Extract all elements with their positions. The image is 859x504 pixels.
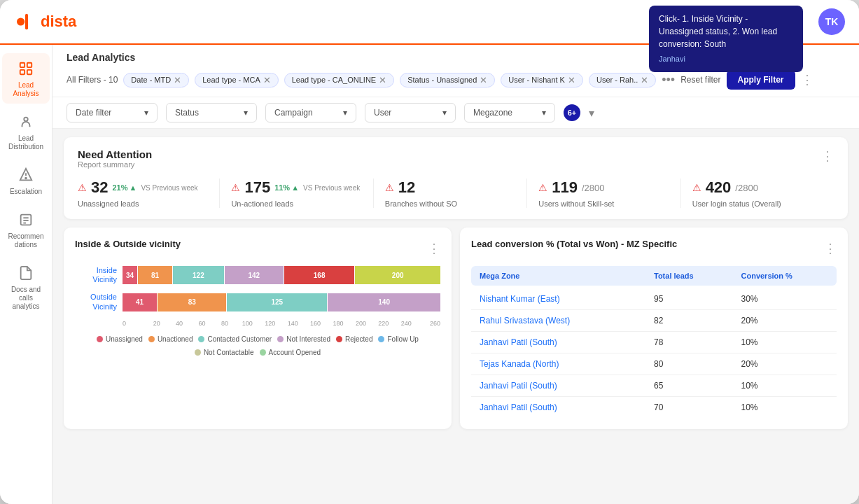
x-240: 240 [395, 320, 417, 327]
bar-chart-area: InsideVicinity 34 81 122 142 168 200 [75, 266, 440, 327]
conversion-table-options[interactable]: ⋮ [824, 241, 837, 256]
legend-contacted: Contacted Customer [198, 335, 272, 343]
table-row: Tejas Kanada (North) 80 20% [471, 354, 837, 375]
filter-chip-leadtype-mca-remove[interactable]: ✕ [263, 76, 271, 85]
svg-point-8 [25, 178, 27, 179]
trend-up-2: ▲ [291, 183, 299, 192]
legend-label-rejected: Rejected [345, 335, 372, 343]
content-area: Lead Analytics All Filters - 10 Date - M… [53, 45, 859, 504]
legend-label-unassigned: Unassigned [106, 335, 143, 343]
filter-chip-user-rah[interactable]: User - Rah.. ✕ [589, 73, 656, 88]
filter-chip-user-nishant-label: User - Nishant K [508, 76, 565, 84]
tooltip-sub: Janhavi [659, 53, 793, 65]
apply-filter-button[interactable]: Apply Filter [727, 70, 795, 90]
x-20: 20 [145, 320, 167, 327]
filter-chip-status-label: Status - Unassigned [407, 76, 477, 84]
zone-nishant[interactable]: Nishant Kumar (East) [480, 294, 654, 304]
inside-vicinity-bar: InsideVicinity 34 81 122 142 168 200 [75, 266, 440, 284]
outside-seg-4: 140 [328, 293, 440, 312]
table-row: Janhavi Patil (South) 65 10% [471, 375, 837, 397]
total-janhavi-1: 78 [654, 337, 741, 347]
filter-options-button[interactable]: ⋮ [801, 72, 813, 88]
conversion-table-card: Lead conversion % (Total vs Won) - MZ Sp… [460, 227, 848, 429]
need-attention-title-group: Need Attention Report summary [78, 148, 152, 169]
sidebar-item-lead-analysis[interactable]: LeadAnalysis [2, 53, 50, 104]
more-filters-badge[interactable]: 6+ [564, 104, 580, 121]
distribution-icon [16, 112, 36, 132]
filter-chip-status-remove[interactable]: ✕ [480, 76, 487, 85]
tooltip-popup: Click- 1. Inside Vicinity - Unassigned s… [649, 6, 803, 72]
filter-chip-leadtype-mca[interactable]: Lead type - MCA ✕ [195, 73, 279, 88]
x-200: 200 [349, 320, 372, 327]
metric-unactioned-top: ⚠ 175 11% ▲ VS Previous week [231, 178, 361, 197]
user-filter-dropdown[interactable]: User ▾ [365, 103, 456, 122]
pct-janhavi-3: 10% [741, 402, 829, 412]
legend-not-interested: Not Interested [277, 335, 330, 343]
legend-dot-rejected [336, 336, 342, 342]
main-layout: LeadAnalysis LeadDistribution Escalation… [0, 45, 859, 504]
chart-legend: Unassigned Unactioned Contacted Customer [75, 335, 440, 356]
filter-chip-date-remove[interactable]: ✕ [174, 76, 181, 85]
avatar[interactable]: TK [818, 8, 845, 35]
inside-outside-options[interactable]: ⋮ [428, 241, 440, 256]
campaign-filter-label: Campaign [274, 108, 313, 118]
table-header: Mega Zone Total leads Conversion % [471, 266, 837, 286]
zone-janhavi-1[interactable]: Janhavi Patil (South) [480, 337, 654, 347]
zone-tejas[interactable]: Tejas Kanada (North) [480, 359, 654, 369]
filter-chip-date-label: Date - MTD [131, 76, 171, 84]
inside-seg-6: 200 [355, 266, 440, 284]
filter-chip-date[interactable]: Date - MTD ✕ [123, 73, 189, 88]
filter-chip-leadtype-ca[interactable]: Lead type - CA_ONLINE ✕ [284, 73, 394, 88]
zone-rahul[interactable]: Rahul Srivastava (West) [480, 316, 654, 326]
metric-unactioned: ⚠ 175 11% ▲ VS Previous week Un-actioned… [220, 178, 373, 208]
metric-branches-label: Branches without SO [385, 200, 515, 208]
alert-icon-4: ⚠ [538, 182, 547, 193]
chart-icon [16, 59, 36, 78]
metric-unassigned-badge: 21% ▲ [112, 183, 137, 192]
total-janhavi-3: 70 [654, 402, 741, 412]
megazone-filter-arrow: ▾ [542, 108, 546, 118]
campaign-filter-dropdown[interactable]: Campaign ▾ [265, 103, 356, 122]
metric-unassigned-vs: VS Previous week [141, 184, 197, 192]
legend-account-opened: Account Opened [260, 349, 321, 356]
more-filters-dots[interactable]: ••• [662, 73, 675, 88]
x-100: 100 [236, 320, 258, 327]
status-filter-arrow: ▾ [244, 108, 248, 118]
filter-chip-status[interactable]: Status - Unassigned ✕ [400, 73, 495, 88]
metric-login-status-label: User login status (Overall) [692, 200, 823, 208]
date-filter-dropdown[interactable]: Date filter ▾ [67, 103, 158, 122]
alert-icon-5: ⚠ [692, 182, 701, 193]
legend-label-not-interested: Not Interested [286, 335, 330, 343]
expand-filters-arrow[interactable]: ▾ [589, 106, 594, 120]
sidebar: LeadAnalysis LeadDistribution Escalation… [0, 45, 53, 504]
outside-seg-3: 125 [227, 293, 327, 312]
zone-janhavi-3[interactable]: Janhavi Patil (South) [480, 402, 654, 412]
filter-all-label: All Filters - 10 [67, 75, 118, 85]
sidebar-item-docs-calls[interactable]: Docs andcallsanalytics [2, 258, 50, 316]
sidebar-escalation-label: Escalation [10, 188, 42, 196]
metric-users-skillset-top: ⚠ 119 /2800 [538, 178, 669, 197]
sidebar-item-lead-distribution[interactable]: LeadDistribution [2, 106, 50, 157]
date-filter-label: Date filter [76, 108, 111, 118]
topbar: dista Click- 1. Inside Vicinity - Unassi… [0, 0, 859, 45]
reset-filter-button[interactable]: Reset filter [680, 75, 720, 85]
filter-chip-user-nishant[interactable]: User - Nishant K ✕ [501, 73, 583, 88]
need-attention-options[interactable]: ⋮ [821, 148, 834, 164]
zone-janhavi-2[interactable]: Janhavi Patil (South) [480, 381, 654, 391]
need-attention-subtitle: Report summary [78, 160, 152, 169]
filter-chip-user-rah-remove[interactable]: ✕ [641, 76, 648, 85]
metric-login-status: ⚠ 420 /2800 User login status (Overall) [681, 178, 834, 208]
filter-chip-user-nishant-remove[interactable]: ✕ [568, 76, 575, 85]
status-filter-dropdown[interactable]: Status ▾ [166, 103, 257, 122]
conversion-table-title: Lead conversion % (Total vs Won) - MZ Sp… [471, 239, 677, 249]
sidebar-item-escalation[interactable]: Escalation [2, 160, 50, 202]
legend-rejected: Rejected [336, 335, 372, 343]
sidebar-item-recommendations[interactable]: Recommendations [2, 204, 50, 255]
filter-chip-leadtype-ca-remove[interactable]: ✕ [379, 76, 386, 85]
docs-calls-icon [16, 263, 36, 283]
megazone-filter-dropdown[interactable]: Megazone ▾ [464, 103, 555, 122]
metric-users-skillset-value: 119 [552, 178, 578, 197]
total-janhavi-2: 65 [654, 381, 741, 391]
tooltip-text: Click- 1. Inside Vicinity - Unassigned s… [659, 13, 793, 50]
charts-row: Inside & Outside vicinity ⋮ InsideVicini… [64, 227, 848, 429]
